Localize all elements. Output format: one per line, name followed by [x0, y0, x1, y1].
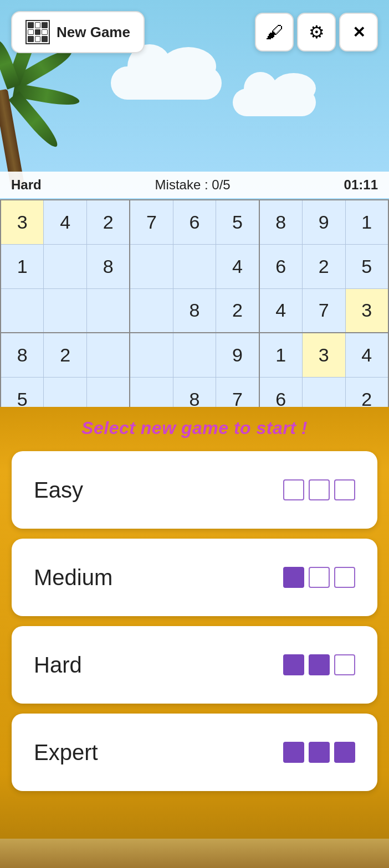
medium-button[interactable]: Medium [12, 539, 377, 616]
cell-3-8[interactable]: 4 [345, 333, 388, 377]
expert-box-1 [283, 742, 304, 763]
cell-2-8[interactable]: 3 [345, 288, 388, 333]
cell-2-5[interactable]: 2 [216, 288, 259, 333]
close-button[interactable]: ✕ [339, 13, 378, 51]
cell-0-2[interactable]: 2 [87, 200, 130, 244]
status-bar: Hard Mistake : 0/5 01:11 [0, 172, 389, 198]
cell-3-7[interactable]: 3 [302, 333, 345, 377]
sudoku-logo-icon [25, 20, 50, 44]
cloud-1 [111, 66, 222, 100]
cell-3-2[interactable] [87, 333, 130, 377]
status-difficulty: Hard [11, 177, 42, 193]
table-row: 1 8 4 6 2 5 [1, 244, 388, 288]
cell-1-5[interactable]: 4 [216, 244, 259, 288]
sudoku-grid: 3 4 2 7 6 5 8 9 1 1 8 4 6 2 5 [0, 199, 389, 422]
status-time: 01:11 [344, 177, 378, 193]
settings-icon: ⚙ [309, 22, 325, 43]
cell-3-6[interactable]: 1 [259, 333, 303, 377]
bottom-beach [0, 835, 389, 868]
cell-0-8[interactable]: 1 [345, 200, 388, 244]
medium-box-1 [283, 567, 304, 588]
cell-0-3[interactable]: 7 [130, 200, 173, 244]
cell-0-6[interactable]: 8 [259, 200, 303, 244]
hard-button[interactable]: Hard [12, 626, 377, 704]
table-row: 8 2 9 1 3 4 [1, 333, 388, 377]
cell-1-3[interactable] [130, 244, 173, 288]
new-game-button[interactable]: New Game [11, 11, 145, 53]
medium-indicator [283, 567, 355, 588]
expert-box-2 [309, 742, 330, 763]
cell-1-2[interactable]: 8 [87, 244, 130, 288]
settings-button[interactable]: ⚙ [297, 13, 336, 51]
status-mistakes: Mistake : 0/5 [155, 177, 231, 193]
expert-button[interactable]: Expert [12, 714, 377, 791]
medium-box-3 [334, 567, 355, 588]
hard-label: Hard [34, 653, 82, 678]
easy-indicator [283, 479, 355, 500]
cell-0-1[interactable]: 4 [44, 200, 87, 244]
cell-0-7[interactable]: 9 [302, 200, 345, 244]
easy-box-3 [334, 479, 355, 500]
cell-3-3[interactable] [130, 333, 173, 377]
cell-0-0[interactable]: 3 [1, 200, 44, 244]
cell-1-0[interactable]: 1 [1, 244, 44, 288]
easy-box-2 [309, 479, 330, 500]
medium-box-2 [309, 567, 330, 588]
new-game-label: New Game [57, 24, 130, 41]
easy-button[interactable]: Easy [12, 451, 377, 529]
easy-label: Easy [34, 478, 83, 503]
cell-3-4[interactable] [173, 333, 216, 377]
table-row: 8 2 4 7 3 [1, 288, 388, 333]
cell-3-0[interactable]: 8 [1, 333, 44, 377]
medium-label: Medium [34, 565, 112, 590]
cell-2-4[interactable]: 8 [173, 288, 216, 333]
expert-label: Expert [34, 740, 98, 765]
easy-box-1 [283, 479, 304, 500]
cell-2-3[interactable] [130, 288, 173, 333]
paint-icon: 🖌 [265, 22, 283, 43]
cell-3-1[interactable]: 2 [44, 333, 87, 377]
cell-1-7[interactable]: 2 [302, 244, 345, 288]
top-right-buttons: 🖌 ⚙ ✕ [255, 13, 378, 51]
hard-box-3 [334, 654, 355, 675]
expert-indicator [283, 742, 355, 763]
cell-2-1[interactable] [44, 288, 87, 333]
hard-box-1 [283, 654, 304, 675]
hard-box-2 [309, 654, 330, 675]
top-bar: New Game 🖌 ⚙ ✕ [0, 11, 389, 53]
close-icon: ✕ [352, 23, 365, 42]
expert-box-3 [334, 742, 355, 763]
cell-0-4[interactable]: 6 [173, 200, 216, 244]
difficulty-overlay: Select new game to start ! Easy Medium H… [0, 407, 389, 839]
table-row: 3 4 2 7 6 5 8 9 1 [1, 200, 388, 244]
cell-0-5[interactable]: 5 [216, 200, 259, 244]
cell-2-6[interactable]: 4 [259, 288, 303, 333]
sudoku-table: 3 4 2 7 6 5 8 9 1 1 8 4 6 2 5 [0, 199, 389, 422]
select-game-text: Select new game to start ! [81, 418, 308, 438]
cloud-2 [233, 89, 316, 116]
cell-2-0[interactable] [1, 288, 44, 333]
hard-indicator [283, 654, 355, 675]
cell-1-8[interactable]: 5 [345, 244, 388, 288]
cell-2-2[interactable] [87, 288, 130, 333]
paint-button[interactable]: 🖌 [255, 13, 294, 51]
cell-1-6[interactable]: 6 [259, 244, 303, 288]
cell-2-7[interactable]: 7 [302, 288, 345, 333]
cell-1-1[interactable] [44, 244, 87, 288]
cell-1-4[interactable] [173, 244, 216, 288]
cell-3-5[interactable]: 9 [216, 333, 259, 377]
